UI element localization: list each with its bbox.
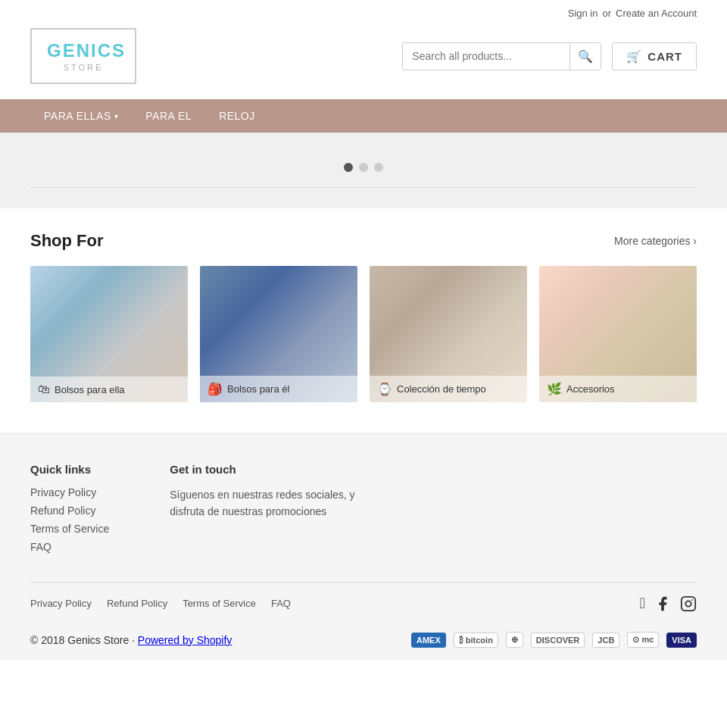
category-label-0: Bolsos para ella [55, 384, 125, 395]
nav-item-para-ellas[interactable]: PARA ELLAS ▾ [30, 99, 132, 133]
cart-button[interactable]: 🛒 CART [612, 42, 697, 70]
header-top: Sign in or Create an Account [0, 0, 727, 20]
logo-brand: GENICS [47, 40, 120, 61]
payment-bitcoin: ₿ bitcoin [454, 633, 498, 648]
facebook-icon[interactable]:  [640, 595, 645, 612]
slideshow [0, 133, 727, 208]
nav-bar: PARA ELLAS ▾ PARA EL RELOJ [0, 99, 727, 133]
payment-jcb: JCB [592, 633, 619, 648]
footer-bottom-links: Privacy Policy Refund Policy Terms of Se… [30, 598, 291, 609]
footer: Quick links Privacy Policy Refund Policy… [0, 433, 727, 660]
category-card-3[interactable]: 🌿 Accesorios [539, 266, 697, 402]
search-form: 🔍 [402, 42, 601, 70]
category-label-2: Colección de tiempo [397, 383, 486, 395]
svg-rect-0 [682, 596, 695, 610]
category-icon-1: 🎒 [207, 382, 223, 396]
powered-by-sep: · [132, 634, 138, 646]
quick-links-title: Quick links [30, 463, 109, 476]
get-in-touch-text: Síguenos en nuestras redes sociales, y d… [170, 486, 367, 520]
category-overlay-1: 🎒 Bolsos para él [200, 376, 357, 402]
chevron-down-icon: ▾ [114, 112, 119, 120]
instagram-icon-svg[interactable] [680, 595, 697, 612]
category-icon-3: 🌿 [547, 382, 562, 396]
create-account-link[interactable]: Create an Account [616, 8, 697, 19]
cart-icon: 🛒 [626, 49, 641, 64]
category-overlay-2: ⌚ Colección de tiempo [370, 376, 527, 402]
payment-visa: VISA [666, 633, 697, 648]
signin-link[interactable]: Sign in [568, 8, 598, 19]
search-icon: 🔍 [578, 50, 593, 63]
dot-1[interactable] [344, 163, 353, 172]
footer-copyright: © 2018 Genics Store · Powered by Shopify… [30, 624, 697, 660]
facebook-icon-svg[interactable] [654, 595, 671, 612]
category-card-2[interactable]: ⌚ Colección de tiempo [370, 266, 527, 402]
footer-faq-link[interactable]: FAQ [271, 598, 291, 609]
faq-link[interactable]: FAQ [30, 541, 109, 553]
category-label-3: Accesorios [566, 383, 615, 395]
shop-for-title: Shop For [30, 231, 104, 251]
category-overlay-3: 🌿 Accesorios [539, 376, 697, 402]
svg-point-2 [691, 599, 693, 601]
powered-by-link[interactable]: Powered by Shopify [138, 634, 232, 646]
more-categories-link[interactable]: More categories › [614, 235, 697, 247]
payment-amex: AMEX [411, 633, 446, 648]
footer-get-in-touch: Get in touch Síguenos en nuestras redes … [170, 463, 367, 559]
footer-refund-link[interactable]: Refund Policy [107, 598, 167, 609]
get-in-touch-title: Get in touch [170, 463, 367, 476]
category-grid: 🛍 Bolsos para ella 🎒 Bolsos para él ⌚ Co… [30, 266, 697, 402]
category-icon-2: ⌚ [377, 382, 392, 396]
copyright-text: © 2018 Genics Store [30, 634, 129, 646]
payment-discover: DISCOVER [531, 633, 585, 648]
nav-label-para-el: PARA EL [145, 110, 192, 122]
copyright-area: © 2018 Genics Store · Powered by Shopify [30, 634, 232, 646]
refund-policy-link[interactable]: Refund Policy [30, 505, 109, 517]
logo[interactable]: GENICS STORE [30, 28, 136, 84]
or-separator: or [602, 8, 611, 19]
shop-for-header: Shop For More categories › [30, 231, 697, 251]
payment-icons: AMEX ₿ bitcoin ⊕ DISCOVER JCB ⊙ mc VISA [411, 632, 697, 648]
header-right: 🔍 🛒 CART [402, 42, 697, 70]
search-input[interactable] [403, 44, 569, 68]
payment-mastercard: ⊙ mc [627, 632, 659, 648]
category-card-0[interactable]: 🛍 Bolsos para ella [30, 266, 188, 402]
svg-point-1 [685, 601, 691, 606]
privacy-policy-link[interactable]: Privacy Policy [30, 486, 109, 498]
footer-top: Quick links Privacy Policy Refund Policy… [30, 463, 697, 582]
search-button[interactable]: 🔍 [569, 43, 601, 70]
category-overlay-0: 🛍 Bolsos para ella [30, 376, 188, 402]
payment-diners: ⊕ [506, 632, 523, 648]
category-label-1: Bolsos para él [227, 383, 289, 395]
dot-3[interactable] [374, 163, 383, 172]
terms-of-service-link[interactable]: Terms of Service [30, 523, 109, 535]
footer-bottom-bar: Privacy Policy Refund Policy Terms of Se… [30, 582, 697, 624]
footer-privacy-link[interactable]: Privacy Policy [30, 598, 92, 609]
cart-label: CART [647, 50, 682, 63]
category-icon-0: 🛍 [38, 383, 50, 396]
slideshow-dots [0, 163, 727, 180]
logo-sub: STORE [47, 63, 120, 72]
category-card-1[interactable]: 🎒 Bolsos para él [200, 266, 357, 402]
social-icons:  [640, 595, 697, 612]
nav-label-para-ellas: PARA ELLAS [44, 110, 111, 122]
nav-item-para-el[interactable]: PARA EL [132, 99, 205, 133]
shop-for-section: Shop For More categories › 🛍 Bolsos para… [0, 208, 727, 433]
header-main: GENICS STORE 🔍 🛒 CART [0, 20, 727, 99]
footer-terms-link[interactable]: Terms of Service [183, 598, 256, 609]
footer-quick-links: Quick links Privacy Policy Refund Policy… [30, 463, 109, 559]
slideshow-divider [30, 187, 697, 188]
dot-2[interactable] [359, 163, 368, 172]
nav-item-reloj[interactable]: RELOJ [205, 99, 269, 133]
nav-label-reloj: RELOJ [219, 110, 255, 122]
